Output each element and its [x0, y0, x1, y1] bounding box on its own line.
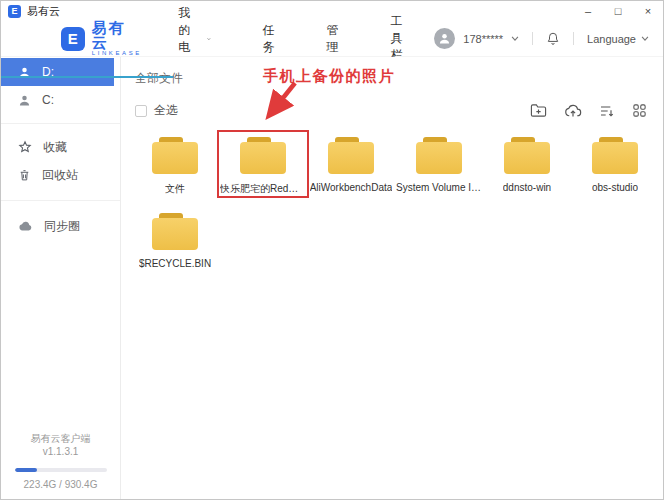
body: D: C: 收藏 回收站 同步圈 易有云客户端 v1.1.3. — [1, 57, 663, 499]
client-version: v1.1.3.1 — [1, 445, 120, 458]
new-folder-button[interactable] — [530, 103, 547, 118]
window-title: 易有云 — [27, 4, 60, 19]
divider — [1, 123, 120, 124]
tab-my-computer[interactable]: 我的电脑 — [152, 21, 236, 57]
folder-item[interactable]: ddnsto-win — [483, 132, 571, 196]
folder-name: obs-studio — [592, 182, 638, 193]
folder-icon — [504, 137, 550, 174]
username[interactable]: 178***** — [463, 33, 503, 45]
close-button[interactable]: × — [633, 1, 663, 21]
sidebar-item-favorites[interactable]: 收藏 — [1, 133, 120, 161]
divider — [1, 200, 120, 201]
folder-item[interactable]: 快乐肥宅的Redmi 10X… — [219, 132, 307, 196]
user-icon — [438, 32, 451, 45]
logo-name: 易有云 — [92, 20, 142, 50]
folder-icon — [592, 137, 638, 174]
app-logo: E 易有云 LINKEASE — [61, 20, 142, 57]
divider — [532, 32, 533, 45]
star-icon — [18, 140, 32, 154]
app-window: E 易有云 – □ × E 易有云 LINKEASE 我的电脑 任务 管理 工具… — [0, 0, 664, 500]
folder-item[interactable]: 文件 — [131, 132, 219, 196]
toolbar — [530, 103, 647, 118]
folder-icon — [240, 137, 286, 174]
storage-text: 223.4G / 930.4G — [1, 479, 120, 490]
cloud-upload-icon — [564, 103, 582, 118]
annotation-label: 手机上备份的照片 — [263, 67, 395, 86]
folder-grid: 文件 快乐肥宅的Redmi 10X… AliWorkbenchData Syst… — [121, 119, 663, 284]
folder-icon — [152, 213, 198, 250]
action-row: 全选 — [121, 87, 663, 119]
sort-button[interactable] — [599, 104, 615, 118]
folder-name: $RECYCLE.BIN — [139, 258, 211, 269]
sidebar-item-sync-circle[interactable]: 同步圈 — [1, 212, 120, 240]
sort-icon — [599, 104, 615, 118]
folder-name: 快乐肥宅的Redmi 10X… — [220, 182, 306, 196]
folder-item[interactable]: $RECYCLE.BIN — [131, 208, 219, 272]
nav-right: 178***** Language — [434, 28, 649, 49]
storage-bar — [15, 468, 107, 472]
drive-user-icon — [18, 94, 31, 107]
logo-icon: E — [61, 27, 85, 51]
client-name: 易有云客户端 — [1, 432, 120, 445]
select-all-checkbox[interactable] — [135, 105, 147, 117]
sidebar-item-drive-d[interactable]: D: — [1, 58, 114, 86]
chevron-down-icon[interactable] — [511, 36, 519, 41]
upload-button[interactable] — [564, 103, 582, 118]
cloud-icon — [18, 220, 33, 232]
nav-bar: E 易有云 LINKEASE 我的电脑 任务 管理 工具栏 178***** — [1, 21, 663, 57]
minimize-button[interactable]: – — [573, 1, 603, 21]
divider — [573, 32, 574, 45]
new-folder-icon — [530, 103, 547, 118]
folder-name: AliWorkbenchData — [310, 182, 393, 193]
sidebar-item-recycle-bin[interactable]: 回收站 — [1, 161, 120, 189]
chevron-down-icon — [641, 36, 649, 41]
grid-view-button[interactable] — [632, 103, 647, 118]
grid-view-icon — [632, 103, 647, 118]
folder-item[interactable]: System Volume Infor… — [395, 132, 483, 196]
tab-management[interactable]: 管理 — [301, 21, 365, 57]
title-bar: E 易有云 – □ × — [1, 1, 663, 21]
sidebar: D: C: 收藏 回收站 同步圈 易有云客户端 v1.1.3. — [1, 57, 121, 499]
folder-icon — [328, 137, 374, 174]
folder-icon — [152, 137, 198, 174]
logo-subtitle: LINKEASE — [92, 50, 142, 57]
folder-icon — [416, 137, 462, 174]
trash-icon — [18, 168, 31, 182]
folder-item[interactable]: AliWorkbenchData — [307, 132, 395, 196]
bell-icon[interactable] — [546, 31, 560, 46]
sidebar-footer: 易有云客户端 v1.1.3.1 223.4G / 930.4G — [1, 432, 120, 490]
tab-toolbar[interactable]: 工具栏 — [365, 21, 435, 57]
language-selector[interactable]: Language — [587, 33, 649, 45]
maximize-button[interactable]: □ — [603, 1, 633, 21]
tab-tasks[interactable]: 任务 — [237, 21, 301, 57]
chevron-down-icon — [207, 36, 211, 42]
app-icon: E — [8, 5, 21, 18]
storage-bar-fill — [15, 468, 37, 472]
folder-name: ddnsto-win — [503, 182, 551, 193]
avatar[interactable] — [434, 28, 455, 49]
folder-name: System Volume Infor… — [396, 182, 482, 193]
folder-name: 文件 — [165, 182, 185, 196]
folder-item[interactable]: obs-studio — [571, 132, 659, 196]
nav-tabs: 我的电脑 任务 管理 工具栏 — [152, 21, 434, 57]
window-controls: – □ × — [573, 1, 663, 21]
sidebar-item-drive-c[interactable]: C: — [1, 86, 120, 114]
tab-all-files[interactable]: 全部文件 — [121, 57, 183, 87]
select-all-label: 全选 — [154, 102, 178, 119]
main-panel: 全部文件 全选 — [121, 57, 663, 499]
loading-progress-bar — [1, 76, 173, 78]
